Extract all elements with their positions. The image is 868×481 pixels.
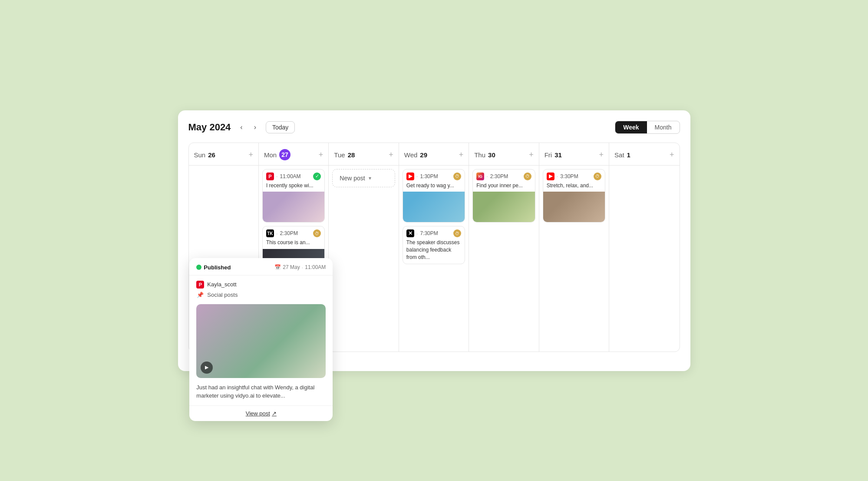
calendar-grid: Sun 26 + Mon 27 + P · 11:00AM <box>188 143 680 352</box>
popup-username: Kayla_scott <box>207 281 236 288</box>
post-text-mon-1: I recently spoke wi... <box>263 182 324 192</box>
day-col-sat: Sat 1 + <box>609 143 679 352</box>
add-event-sun[interactable]: + <box>248 151 253 159</box>
add-event-mon[interactable]: + <box>319 151 323 159</box>
popup-user: P Kayla_scott <box>196 281 326 289</box>
popup-date: 📅 27 May · 11:00AM <box>274 264 326 271</box>
day-num-tue: 28 <box>348 151 355 159</box>
day-body-wed: ▶ · 1:30PM ⏱ Get ready to wag y... ✕ · <box>399 166 469 268</box>
clock-icon-4: ⏱ <box>453 229 461 237</box>
day-body-tue: New post ▾ <box>329 166 398 191</box>
day-num-sun: 26 <box>208 151 215 159</box>
day-num-fri: 31 <box>554 151 562 159</box>
day-name-sun: Sun <box>194 151 206 159</box>
day-name-sat: Sat <box>614 151 624 159</box>
post-card-header-wed-2: ✕ · 7:30PM ⏱ <box>403 226 465 239</box>
post-time-thu-1: 2:30PM <box>490 173 508 179</box>
post-time-wed-1: 1:30PM <box>420 173 438 179</box>
day-header-sun: Sun 26 + <box>189 143 258 166</box>
day-name-wed: Wed <box>404 151 418 159</box>
post-card-wed-1[interactable]: ▶ · 1:30PM ⏱ Get ready to wag y... <box>403 169 465 223</box>
post-image-thu-1 <box>473 192 535 222</box>
post-image-fri-1 <box>543 192 605 222</box>
chevron-down-icon: ▾ <box>369 175 371 181</box>
clock-icon-3: ⏱ <box>453 172 461 180</box>
platform-icon-pinterest: P <box>266 172 274 180</box>
post-text-wed-1: Get ready to wag y... <box>403 182 465 192</box>
day-col-wed: Wed 29 + ▶ · 1:30PM ⏱ Get ready to wag y… <box>399 143 469 352</box>
add-event-fri[interactable]: + <box>599 151 604 159</box>
clock-icon-5: ⏱ <box>524 172 531 180</box>
platform-icon-youtube-wed: ▶ <box>406 172 414 180</box>
day-col-thu: Thu 30 + IG · 2:30PM ⏱ Find your inner p… <box>469 143 539 352</box>
post-status-wed-1: ⏱ <box>453 172 461 180</box>
day-header-sat: Sat 1 + <box>609 143 679 166</box>
calendar-title: May 2024 <box>188 122 231 133</box>
post-image-wed-1 <box>403 192 465 222</box>
day-header-fri: Fri 31 + <box>539 143 609 166</box>
month-view-button[interactable]: Month <box>647 121 680 133</box>
prev-button[interactable]: ‹ <box>237 122 246 133</box>
post-status-wed-2: ⏱ <box>453 229 461 237</box>
platform-icon-tiktok: TK <box>266 229 274 237</box>
day-header-tue: Tue 28 + <box>329 143 398 166</box>
add-event-tue[interactable]: + <box>389 151 393 159</box>
popup-category-label: Social posts <box>207 292 238 298</box>
view-post-link[interactable]: View post ↗ <box>246 410 277 417</box>
post-card-header-mon-2: TK · 2:30PM ⏱ <box>263 226 324 239</box>
day-col-mon: Mon 27 + P · 11:00AM ✓ I recently spoke … <box>259 143 329 352</box>
popup-footer: View post ↗ <box>189 405 333 421</box>
post-text-thu-1: Find your inner pe... <box>473 182 535 192</box>
post-text-mon-2: This course is an... <box>263 239 324 249</box>
post-status-thu-1: ⏱ <box>524 172 531 180</box>
next-button[interactable]: › <box>251 122 260 133</box>
platform-icon-youtube-fri: ▶ <box>547 172 554 180</box>
clock-icon-6: ⏱ <box>594 172 601 180</box>
pin-icon: 📌 <box>196 291 204 299</box>
calendar-container: May 2024 ‹ › Today Week Month Sun 26 + M… <box>178 110 690 371</box>
day-body-thu: IG · 2:30PM ⏱ Find your inner pe... <box>469 166 538 226</box>
post-status-fri-1: ⏱ <box>594 172 601 180</box>
popup-body: P Kayla_scott 📌 Social posts ▶ Just had … <box>189 275 333 405</box>
post-card-thu-1[interactable]: IG · 2:30PM ⏱ Find your inner pe... <box>472 169 535 223</box>
day-col-fri: Fri 31 + ▶ · 3:30PM ⏱ Stretch, relax, an… <box>539 143 609 352</box>
week-view-button[interactable]: Week <box>615 121 647 133</box>
day-name-mon: Mon <box>264 151 277 159</box>
day-header-thu: Thu 30 + <box>469 143 538 166</box>
day-body-fri: ▶ · 3:30PM ⏱ Stretch, relax, and... <box>539 166 609 226</box>
post-time-fri-1: 3:30PM <box>560 173 578 179</box>
post-time-wed-2: 7:30PM <box>420 230 438 236</box>
calendar-header: May 2024 ‹ › Today Week Month <box>188 121 680 134</box>
popup-category: 📌 Social posts <box>196 291 326 299</box>
post-card-header-thu-1: IG · 2:30PM ⏱ <box>473 169 535 182</box>
published-dot <box>196 265 201 270</box>
platform-icon-x: ✕ <box>406 229 414 237</box>
play-button[interactable]: ▶ <box>201 362 213 374</box>
post-time-mon-1: 11:00AM <box>280 173 301 179</box>
day-num-wed: 29 <box>420 151 427 159</box>
post-time-mon-2: 2:30PM <box>280 230 298 236</box>
post-status-mon-2: ⏱ <box>313 229 321 237</box>
add-event-wed[interactable]: + <box>459 151 464 159</box>
post-status-mon-1: ✓ <box>313 172 321 180</box>
day-body-sun <box>189 166 258 172</box>
post-card-wed-2[interactable]: ✕ · 7:30PM ⏱ The speaker discusses balan… <box>403 226 465 264</box>
check-icon: ✓ <box>313 172 321 180</box>
clock-icon: ⏱ <box>313 229 321 237</box>
view-toggle: Week Month <box>615 121 680 134</box>
day-body-sat <box>609 166 679 172</box>
day-header-mon: Mon 27 + <box>259 143 328 166</box>
popup-header: Published 📅 27 May · 11:00AM <box>189 258 333 275</box>
popup-status: Published <box>196 264 231 271</box>
new-post-card[interactable]: New post ▾ <box>332 169 395 187</box>
post-card-fri-1[interactable]: ▶ · 3:30PM ⏱ Stretch, relax, and... <box>543 169 605 223</box>
add-event-thu[interactable]: + <box>529 151 534 159</box>
post-card-mon-1[interactable]: P · 11:00AM ✓ I recently spoke wi... <box>262 169 325 223</box>
popup-platform-icon: P <box>196 281 204 289</box>
day-col-tue: Tue 28 + New post ▾ <box>329 143 399 352</box>
today-button[interactable]: Today <box>266 121 295 133</box>
day-num-mon: 27 <box>279 149 290 160</box>
day-header-wed: Wed 29 + <box>399 143 469 166</box>
add-event-sat[interactable]: + <box>670 151 674 159</box>
post-text-fri-1: Stretch, relax, and... <box>543 182 605 192</box>
